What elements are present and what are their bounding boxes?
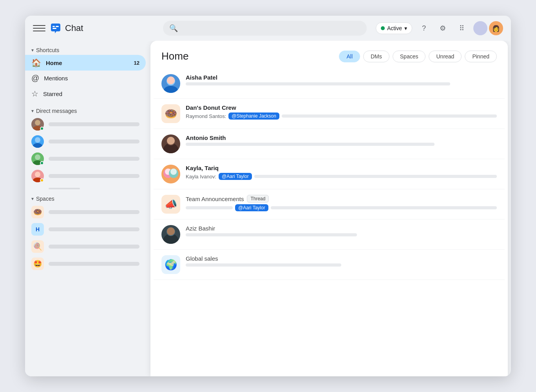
chat-body-aisha: Aisha Patel [186, 74, 497, 85]
chat-body-kayla-tariq: Kayla, Tariq Kayla Ivanov: @Aari Taylor [186, 165, 497, 180]
preview-tail-donut [282, 114, 497, 118]
search-box[interactable]: 🔍 [163, 21, 367, 36]
spaces-label: Spaces [36, 196, 54, 202]
preview-tail-kayla [254, 175, 497, 178]
chat-name-announcements: Team Announcements Thread [186, 195, 497, 203]
chat-preview-bar-antonio [186, 143, 435, 146]
chat-item-donut-crew[interactable]: 🍩 Dan's Donut Crew Raymond Santos: @Step… [154, 99, 505, 129]
app-title: Chat [65, 23, 83, 33]
svg-point-17 [167, 137, 175, 145]
search-input[interactable] [181, 25, 360, 31]
dm-item-2[interactable] [25, 133, 146, 150]
help-button[interactable]: ? [417, 21, 431, 35]
shortcuts-chevron-icon: ▾ [31, 47, 34, 53]
preview-tail-announcements [271, 206, 497, 209]
space-item-2[interactable]: H [25, 221, 146, 238]
header-left: Chat [33, 22, 158, 34]
svg-rect-1 [53, 26, 55, 27]
space-name-placeholder-2 [49, 227, 139, 231]
filter-tab-unread[interactable]: Unread [429, 51, 462, 62]
chat-body-aziz: Aziz Bashir [186, 225, 497, 236]
dm-status-dot-1 [40, 127, 44, 131]
chat-name-global-sales: Global sales [186, 255, 497, 262]
announcements-title: Team Announcements [186, 196, 244, 202]
svg-point-7 [33, 143, 42, 148]
space-item-1[interactable]: 🍩 [25, 203, 146, 221]
home-badge: 12 [134, 60, 139, 66]
chat-body-global-sales: Global sales [186, 255, 497, 267]
dm-avatar-4 [31, 170, 44, 182]
dm-name-placeholder-3 [49, 157, 139, 161]
space-name-placeholder-1 [49, 210, 139, 214]
dm-avatar-2 [31, 135, 44, 148]
shortcuts-section-header[interactable]: ▾ Shortcuts [25, 44, 150, 55]
chat-body-donut-crew: Dan's Donut Crew Raymond Santos: @Stepha… [186, 104, 497, 120]
chat-item-global-sales[interactable]: 🌍 Global sales [154, 250, 505, 280]
space-icon-3: 🍭 [31, 240, 44, 253]
svg-point-13 [164, 86, 178, 93]
status-dot [381, 26, 385, 30]
main-content: Home All DMs Spaces Unread Pinned Aisha [150, 41, 508, 376]
app-logo: Chat [49, 22, 83, 34]
mention-badge-aari-ann: @Aari Taylor [235, 204, 268, 211]
mention-badge-aari-kayla: @Aari Taylor [219, 173, 252, 180]
space-item-3[interactable]: 🍭 [25, 238, 146, 255]
chat-item-antonio[interactable]: Antonio Smith [154, 129, 505, 159]
dm-avatar-3 [31, 152, 44, 165]
chat-preview-donut-crew: Raymond Santos: @Stephanie Jackson [186, 113, 497, 120]
apps-button[interactable]: ⠿ [455, 21, 469, 35]
chat-avatar-antonio [161, 134, 180, 153]
dm-item-1[interactable] [25, 116, 146, 133]
filter-tabs: All DMs Spaces Unread Pinned [339, 51, 497, 62]
chat-item-aziz[interactable]: Aziz Bashir [154, 220, 505, 250]
chat-name-aziz: Aziz Bashir [186, 225, 497, 232]
chat-avatar-donut-crew: 🍩 [161, 104, 180, 123]
chat-item-team-announcements[interactable]: 📣 Team Announcements Thread @Aari Taylor [154, 189, 505, 220]
space-item-4[interactable]: 🤩 [25, 255, 146, 272]
svg-point-14 [167, 76, 175, 84]
space-icon-4: 🤩 [31, 258, 44, 270]
user-avatar[interactable]: 👩 [489, 21, 503, 35]
chat-name-donut-crew: Dan's Donut Crew [186, 104, 497, 111]
dm-item-4[interactable] [25, 167, 146, 185]
chat-item-aisha-patel[interactable]: Aisha Patel [154, 69, 505, 99]
chat-body-announcements: Team Announcements Thread @Aari Taylor [186, 195, 497, 211]
filter-tab-all[interactable]: All [339, 51, 360, 62]
dm-name-placeholder-4 [49, 174, 139, 178]
header-right: Active ▾ ? ⚙ ⠿ 👩 [376, 21, 503, 35]
filter-tab-pinned[interactable]: Pinned [465, 51, 497, 62]
user-avatar-group: 👩 [473, 21, 503, 35]
chat-avatar-kayla-tariq [161, 165, 180, 183]
status-button[interactable]: Active ▾ [376, 22, 412, 34]
sidebar-item-mentions[interactable]: @ Mentions [25, 71, 146, 86]
chat-avatar-aziz [161, 225, 180, 244]
chat-item-kayla-tariq[interactable]: Kayla, Tariq Kayla Ivanov: @Aari Taylor [154, 159, 505, 189]
chat-preview-bar-global-sales [186, 263, 341, 267]
svg-point-8 [35, 154, 40, 160]
menu-button[interactable] [33, 22, 45, 34]
filter-tab-spaces[interactable]: Spaces [393, 51, 426, 62]
spaces-chevron-icon: ▾ [31, 196, 34, 201]
chat-list: Aisha Patel 🍩 Dan's Donut Crew Raymond S… [150, 69, 508, 376]
svg-point-10 [35, 172, 40, 177]
account-avatar-placeholder [473, 21, 487, 35]
chat-name-antonio: Antonio Smith [186, 134, 497, 141]
main-title: Home [161, 50, 333, 62]
chat-avatar-aisha [161, 74, 180, 93]
chat-preview-bar-aisha [186, 82, 450, 85]
settings-button[interactable]: ⚙ [436, 21, 450, 35]
dm-item-3[interactable] [25, 150, 146, 167]
dm-avatar-1 [31, 118, 44, 131]
sidebar-item-starred[interactable]: ☆ Starred [25, 86, 146, 102]
chat-preview-bar-aziz [186, 233, 357, 236]
mention-badge-stephanie: @Stephanie Jackson [228, 113, 279, 120]
filter-tab-dms[interactable]: DMs [363, 51, 389, 62]
sidebar-item-home[interactable]: 🏠 Home 12 [25, 55, 146, 71]
preview-bar-announcements [186, 206, 233, 209]
dm-section-header[interactable]: ▾ Direct messages [25, 105, 150, 116]
thread-badge: Thread [247, 195, 269, 203]
star-icon: ☆ [31, 89, 38, 98]
svg-rect-3 [53, 28, 56, 29]
space-icon-2: H [31, 223, 44, 236]
spaces-section-header[interactable]: ▾ Spaces [25, 192, 150, 203]
